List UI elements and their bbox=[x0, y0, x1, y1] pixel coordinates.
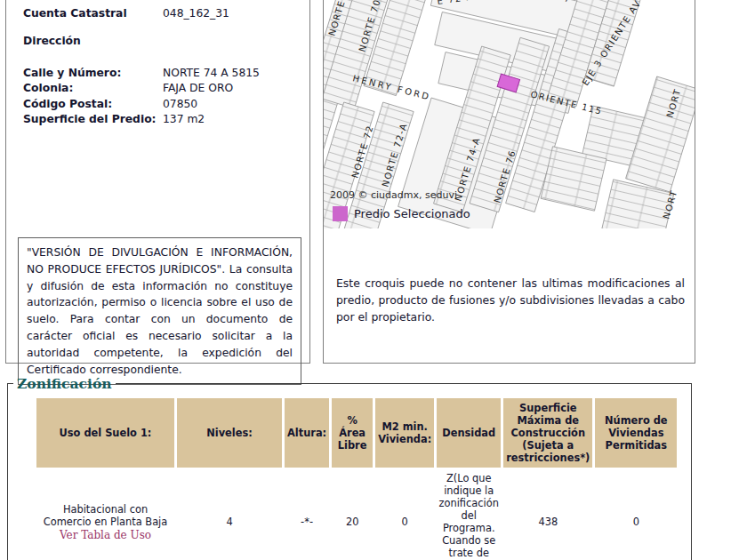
zonificacion-section: Zonificación Uso del Suelo 1: Niveles: A… bbox=[7, 375, 692, 560]
uso-del-suelo-text: Habitacional con Comercio en Planta Baja bbox=[44, 503, 168, 528]
calle-row: Calle y Número: NORTE 74 A 5815 bbox=[23, 66, 309, 82]
calle-label: Calle y Número: bbox=[23, 66, 163, 82]
table-header-row: Uso del Suelo 1: Niveles: Altura: % Área… bbox=[36, 398, 677, 468]
header-area-libre: % Área Libre bbox=[332, 398, 373, 468]
table-row: Habitacional con Comercio en Planta Baja… bbox=[36, 470, 677, 560]
legal-disclaimer-box: "VERSIÓN DE DIVULGACIÓN E INFORMACIÓN, N… bbox=[18, 237, 301, 385]
map-legend: Predio Seleccionado bbox=[333, 206, 470, 221]
map-attribution: 2009 © ciudadmx, seduvi bbox=[330, 189, 457, 201]
direccion-heading: Dirección bbox=[23, 35, 309, 47]
cuenta-catastral-row: Cuenta Catastral 048_162_31 bbox=[23, 6, 309, 22]
calle-value: NORTE 74 A 5815 bbox=[163, 66, 260, 82]
superficie-value: 137 m2 bbox=[163, 112, 205, 128]
colonia-value: FAJA DE ORO bbox=[163, 81, 233, 97]
zonificacion-table: Uso del Suelo 1: Niveles: Altura: % Área… bbox=[34, 396, 679, 560]
cell-viviendas-permitidas: 0 bbox=[595, 470, 677, 560]
cell-m2-min: 0 bbox=[375, 470, 434, 560]
cuenta-catastral-label: Cuenta Catastral bbox=[23, 6, 163, 22]
codigo-postal-row: Código Postal: 07850 bbox=[23, 97, 309, 113]
legend-label: Predio Seleccionado bbox=[354, 207, 470, 220]
header-niveles: Niveles: bbox=[177, 398, 282, 468]
cell-altura: -*- bbox=[285, 470, 329, 560]
superficie-row: Superficie del Predio: 137 m2 bbox=[23, 112, 309, 128]
property-info-panel: Cuenta Catastral 048_162_31 Dirección Ca… bbox=[5, 0, 310, 364]
header-m2-min-vivienda: M2 min. Vivienda: bbox=[375, 398, 434, 468]
cuenta-catastral-value: 048_162_31 bbox=[163, 6, 229, 22]
cell-uso-del-suelo: Habitacional con Comercio en Planta Baja… bbox=[36, 470, 174, 560]
header-superficie-maxima: Superficie Máxima de Construcción (Sujet… bbox=[503, 398, 592, 468]
header-densidad: Densidad bbox=[437, 398, 501, 468]
cell-area-libre: 20 bbox=[332, 470, 373, 560]
map-panel: NORTE 70 NORTE 70-A NORTE 72 NORTE 72-A … bbox=[323, 0, 695, 364]
codigo-postal-value: 07850 bbox=[163, 97, 197, 113]
codigo-postal-label: Código Postal: bbox=[23, 97, 163, 113]
ver-tabla-de-uso-link[interactable]: Ver Tabla de Uso bbox=[38, 529, 173, 541]
zonificacion-legend: Zonificación bbox=[13, 375, 116, 392]
colonia-label: Colonia: bbox=[23, 81, 163, 97]
header-uso-del-suelo: Uso del Suelo 1: bbox=[36, 398, 174, 468]
croquis-note: Este croquis puede no contener las ultim… bbox=[336, 275, 685, 325]
header-viviendas-permitidas: Número de Viviendas Permitidas bbox=[595, 398, 677, 468]
cell-densidad: Z(Lo que indique la zonificación del Pro… bbox=[437, 470, 501, 560]
superficie-label: Superficie del Predio: bbox=[23, 112, 163, 128]
header-altura: Altura: bbox=[285, 398, 329, 468]
colonia-row: Colonia: FAJA DE ORO bbox=[23, 81, 309, 97]
selected-parcel-swatch bbox=[333, 206, 348, 221]
cell-superficie-maxima: 438 bbox=[503, 470, 592, 560]
cell-niveles: 4 bbox=[177, 470, 282, 560]
